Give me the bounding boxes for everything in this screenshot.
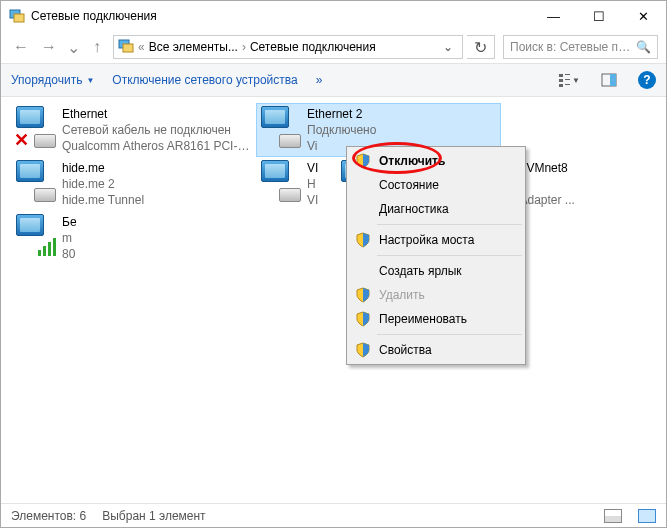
adapter-icon: ✕: [14, 106, 56, 148]
address-bar: ← → ⌄ ↑ « Все элементы... › Сетевые подк…: [1, 31, 666, 63]
view-options-icon[interactable]: ▼: [558, 69, 580, 91]
adapter-icon: [259, 160, 301, 202]
connection-item-ethernet[interactable]: ✕ EthernetСетевой кабель не подключенQua…: [11, 103, 256, 157]
app-icon: [9, 8, 25, 24]
help-icon[interactable]: ?: [638, 71, 656, 89]
preview-pane-icon[interactable]: [598, 69, 620, 91]
shield-icon: [355, 153, 371, 169]
adapter-icon: [14, 214, 56, 256]
connection-status: Подключено: [307, 122, 376, 138]
refresh-button[interactable]: ↻: [467, 35, 495, 59]
svg-rect-1: [14, 14, 24, 22]
connection-status: m: [62, 230, 77, 246]
minimize-button[interactable]: —: [531, 1, 576, 31]
disable-device-button[interactable]: Отключение сетевого устройства: [112, 73, 297, 87]
content-area: ✕ EthernetСетевой кабель не подключенQua…: [1, 97, 666, 497]
ctx-rename[interactable]: Переименовать: [349, 307, 523, 331]
svg-rect-7: [565, 74, 570, 75]
shield-icon: [355, 232, 371, 248]
network-icon: [118, 38, 134, 57]
ctx-status[interactable]: Состояние: [349, 173, 523, 197]
connection-name: Бе: [62, 214, 77, 230]
ctx-disconnect[interactable]: Отключить: [349, 149, 523, 173]
back-button[interactable]: ←: [9, 35, 33, 59]
search-icon: 🔍: [636, 40, 651, 54]
connection-name: Ethernet: [62, 106, 253, 122]
connection-name: VI: [307, 160, 318, 176]
shield-icon: [355, 342, 371, 358]
window-buttons: — ☐ ✕: [531, 1, 666, 31]
address-dropdown[interactable]: ⌄: [438, 40, 458, 54]
adapter-icon: [14, 160, 56, 202]
ctx-diagnose[interactable]: Диагностика: [349, 197, 523, 221]
ctx-shortcut[interactable]: Создать ярлык: [349, 259, 523, 283]
close-button[interactable]: ✕: [621, 1, 666, 31]
search-placeholder: Поиск в: Сетевые по...: [510, 40, 632, 54]
organize-menu[interactable]: Упорядочить▼: [11, 73, 94, 87]
svg-rect-11: [610, 74, 616, 86]
shield-icon: [355, 311, 371, 327]
ctx-separator: [377, 255, 522, 256]
svg-rect-5: [559, 79, 563, 82]
breadcrumb-part1[interactable]: Все элементы...: [149, 40, 238, 54]
adapter-icon: [259, 106, 301, 148]
connection-name: Ethernet 2: [307, 106, 376, 122]
disconnected-icon: ✕: [14, 132, 30, 148]
connection-device: hide.me Tunnel: [62, 192, 144, 208]
history-dropdown[interactable]: ⌄: [65, 35, 81, 59]
signal-bars-icon: [38, 238, 56, 256]
connection-status: Сетевой кабель не подключен: [62, 122, 253, 138]
connection-device: 80: [62, 246, 77, 262]
search-box[interactable]: Поиск в: Сетевые по... 🔍: [503, 35, 658, 59]
connection-status: H: [307, 176, 318, 192]
address-box[interactable]: « Все элементы... › Сетевые подключения …: [113, 35, 463, 59]
connection-item-hideme[interactable]: hide.mehide.me 2hide.me Tunnel: [11, 157, 256, 211]
ctx-delete: Удалить: [349, 283, 523, 307]
forward-button[interactable]: →: [37, 35, 61, 59]
ctx-properties[interactable]: Свойства: [349, 338, 523, 362]
maximize-button[interactable]: ☐: [576, 1, 621, 31]
svg-rect-3: [123, 44, 133, 52]
context-menu: Отключить Состояние Диагностика Настройк…: [346, 146, 526, 365]
connection-status: hide.me 2: [62, 176, 144, 192]
toolbar: Упорядочить▼ Отключение сетевого устройс…: [1, 63, 666, 97]
breadcrumb-chevron: ›: [242, 40, 246, 54]
tiles-view-icon[interactable]: [638, 509, 656, 523]
window-title: Сетевые подключения: [31, 9, 531, 23]
up-button[interactable]: ↑: [85, 35, 109, 59]
connection-item-vi[interactable]: VIHVI: [256, 157, 336, 211]
connection-name: hide.me: [62, 160, 144, 176]
ctx-bridge[interactable]: Настройка моста: [349, 228, 523, 252]
connection-item-wireless[interactable]: Беm80: [11, 211, 91, 265]
connection-device: VI: [307, 192, 318, 208]
connection-device: Qualcomm Atheros AR8161 PCI-E...: [62, 138, 253, 154]
titlebar: Сетевые подключения — ☐ ✕: [1, 1, 666, 31]
svg-rect-9: [565, 84, 570, 85]
status-bar: Элементов: 6 Выбран 1 элемент: [1, 503, 666, 527]
breadcrumb-part2[interactable]: Сетевые подключения: [250, 40, 376, 54]
svg-rect-6: [559, 84, 563, 87]
svg-rect-4: [559, 74, 563, 77]
shield-icon: [355, 287, 371, 303]
details-view-icon[interactable]: [604, 509, 622, 523]
svg-rect-8: [565, 79, 570, 80]
status-count: Элементов: 6: [11, 509, 86, 523]
toolbar-more[interactable]: »: [316, 73, 323, 87]
ctx-separator: [377, 224, 522, 225]
ctx-separator: [377, 334, 522, 335]
status-selected: Выбран 1 элемент: [102, 509, 205, 523]
breadcrumb-sep: «: [138, 40, 145, 54]
